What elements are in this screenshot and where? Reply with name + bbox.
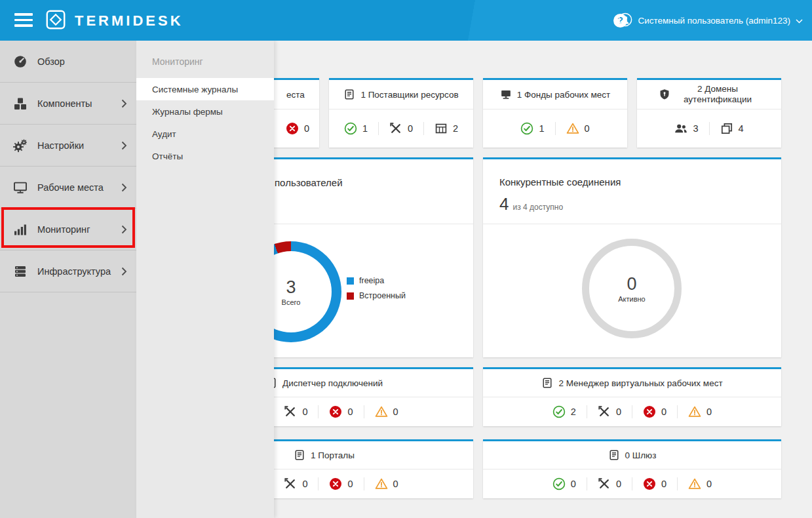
donut-value: 0: [627, 274, 636, 294]
server-stack-icon: [13, 264, 28, 279]
app-logo: TERMIDESK: [45, 9, 184, 33]
card-stats: 3 4: [637, 110, 781, 148]
stat-value: 0: [585, 123, 590, 134]
wrench-icon: [389, 122, 402, 135]
sidebar-item-infrastructure[interactable]: Инфраструктура: [0, 250, 136, 292]
wrench-icon: [284, 477, 297, 490]
frames-icon: [720, 122, 733, 135]
document-icon: [541, 377, 553, 389]
stat-value: 0: [616, 407, 621, 417]
card-title-text: 2 Домены аутентификации: [676, 84, 760, 105]
legend-label: freeipa: [359, 276, 384, 285]
stat-value: 0: [393, 407, 398, 417]
submenu-item-reports[interactable]: Отчёты: [136, 145, 274, 167]
card-stats: 1 0 2: [329, 110, 473, 148]
stat-value: 2: [453, 123, 458, 134]
card-title-text: 1 Порталы: [311, 450, 355, 460]
chevron-down-icon: [796, 16, 803, 26]
components-icon: [13, 96, 28, 111]
card-gateway[interactable]: 0 Шлюз 0 0 0 0: [483, 439, 781, 498]
stat-maintenance: 0: [587, 405, 632, 418]
donut-total: 3: [286, 277, 296, 298]
card-title: 2 Менеджер виртуальных рабочих мест: [483, 369, 781, 397]
sidebar-item-overview[interactable]: Обзор: [0, 41, 136, 83]
error-circle-icon: [286, 122, 299, 135]
logo-text: TERMIDESK: [75, 12, 184, 30]
hamburger-menu-icon[interactable]: [14, 13, 33, 28]
card-title: 1 Поставщики ресурсов: [329, 80, 473, 110]
submenu-item-farm-logs[interactable]: Журналы фермы: [136, 100, 274, 123]
stat-value: 0: [302, 479, 307, 489]
user-avatar-icon: [618, 12, 632, 29]
legend-item: Встроенный: [347, 291, 406, 300]
card-resource-providers[interactable]: 1 Поставщики ресурсов 1 0 2: [329, 78, 473, 148]
stat-value: 1: [539, 123, 544, 134]
sidebar-item-workplaces[interactable]: Рабочие места: [0, 167, 136, 209]
legend-item: freeipa: [347, 276, 406, 285]
stat-value: 1: [362, 123, 368, 134]
stat-warning: 0: [677, 477, 722, 490]
card-stats: 0 0 0 0: [483, 469, 781, 498]
wrench-icon: [598, 405, 611, 418]
sidebar-item-label: Настройки: [37, 140, 84, 151]
card-auth-domains[interactable]: 2 Домены аутентификации 3 4: [637, 78, 781, 148]
legend-swatch-builtin: [347, 292, 354, 300]
document-icon: [608, 449, 620, 461]
chevron-right-icon: [121, 141, 127, 150]
stat-value: 4: [739, 123, 744, 134]
stat-ok: 1: [510, 122, 554, 135]
stat-value: 0: [616, 479, 621, 489]
document-icon: [343, 89, 355, 100]
chart-legend: freeipa Встроенный: [347, 276, 406, 300]
warning-triangle-icon: [688, 405, 701, 418]
monitor-icon: [500, 89, 512, 100]
error-circle-icon: [329, 405, 342, 418]
submenu-item-system-logs[interactable]: Системные журналы: [136, 78, 274, 100]
users-icon: [674, 122, 687, 135]
chevron-right-icon: [121, 267, 127, 276]
card-title-text: Конкурентные соединения: [483, 159, 781, 188]
stat-error: 0: [318, 405, 363, 418]
card-stats: 2 0 0 0: [483, 397, 781, 426]
monitoring-submenu: Мониторинг Системные журналы Журналы фер…: [136, 41, 274, 518]
stat-error: 0: [275, 122, 320, 135]
warning-triangle-icon: [688, 477, 701, 490]
card-vdi-manager[interactable]: 2 Менеджер виртуальных рабочих мест 2 0 …: [483, 367, 781, 426]
bar-chart-icon: [13, 222, 28, 237]
stat-value: 0: [302, 407, 307, 417]
stat-warning: 0: [677, 405, 722, 418]
sidebar-item-monitoring[interactable]: Мониторинг: [0, 209, 136, 250]
check-circle-icon: [552, 405, 566, 418]
divider: [483, 224, 781, 224]
stat-warning: 0: [555, 122, 600, 135]
stat-value: 2: [571, 407, 576, 417]
stat-users: 3: [664, 122, 708, 135]
card-workplace-pools[interactable]: 1 Фонды рабочих мест 1 0: [483, 78, 627, 148]
stat-maintenance: 0: [273, 405, 318, 418]
sidebar-item-components[interactable]: Компоненты: [0, 83, 136, 125]
donut-value-label: Активно: [618, 295, 646, 303]
sidebar-item-label: Компоненты: [37, 98, 92, 109]
user-menu[interactable]: Системный пользователь (admin123): [618, 0, 803, 41]
stat-table: 2: [423, 122, 469, 135]
submenu-item-audit[interactable]: Аудит: [136, 123, 274, 145]
error-circle-icon: [643, 477, 656, 490]
stat-value: 0: [347, 479, 353, 489]
sidebar-item-settings[interactable]: Настройки: [0, 125, 136, 167]
card-concurrent-connections[interactable]: Конкурентные соединения 4из 4 доступно 0…: [483, 157, 781, 357]
card-title: 0 Шлюз: [483, 441, 781, 469]
stat-maintenance: 0: [587, 477, 632, 490]
stat-value: 0: [571, 479, 576, 489]
chevron-right-icon: [121, 99, 127, 108]
card-title-text: 0 Шлюз: [625, 450, 657, 460]
shield-icon: [659, 89, 670, 100]
error-circle-icon: [643, 405, 656, 418]
stat-value: 0: [661, 407, 667, 417]
stat-value: 0: [347, 407, 353, 417]
monitor-icon: [13, 180, 28, 195]
check-circle-icon: [344, 122, 357, 135]
check-circle-icon: [552, 477, 566, 490]
sidebar-item-label: Мониторинг: [37, 224, 90, 235]
wrench-icon: [284, 405, 297, 418]
stat-error: 0: [632, 477, 677, 490]
